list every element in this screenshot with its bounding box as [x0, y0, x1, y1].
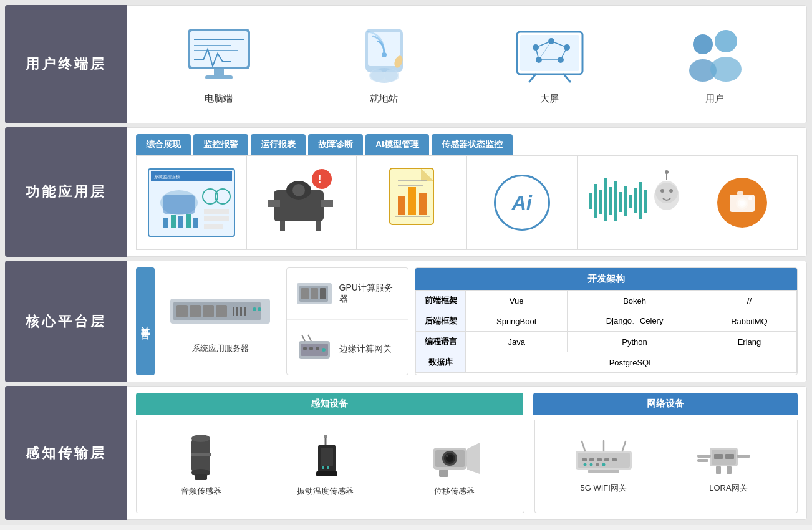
- edge-gateway-svg: [296, 334, 333, 365]
- svg-rect-153: [697, 455, 711, 458]
- network-group-label: 网络设备: [533, 393, 798, 415]
- fw-cat-backend: 后端框架: [416, 311, 466, 332]
- tab-report[interactable]: 运行报表: [251, 134, 306, 155]
- platform-left: 计算平台: [136, 267, 408, 375]
- svg-rect-75: [639, 182, 642, 219]
- svg-rect-139: [582, 458, 587, 461]
- tab-fault[interactable]: 故障诊断: [308, 134, 363, 155]
- svg-rect-54: [280, 221, 285, 231]
- svg-rect-123: [322, 466, 324, 469]
- svg-rect-111: [309, 347, 313, 350]
- tab-comprehensive[interactable]: 综合展现: [136, 134, 191, 155]
- svg-point-9: [382, 52, 387, 57]
- audio-sensor-label: 音频传感器: [181, 486, 221, 497]
- tab-monitoring[interactable]: 监控报警: [193, 134, 248, 155]
- fw-val-django: Django、Celery: [568, 311, 702, 332]
- svg-rect-91: [176, 305, 188, 317]
- dev-framework-table: 前端框架 Vue Bokeh // 后端框架 SpringBoot Django…: [415, 290, 797, 373]
- main-container: 用户终端层: [0, 0, 812, 525]
- svg-rect-118: [195, 474, 207, 480]
- svg-rect-112: [316, 347, 319, 350]
- tab-ai-model[interactable]: AI模型管理: [365, 134, 429, 155]
- svg-rect-105: [320, 288, 326, 299]
- gpu-server-svg: [296, 278, 333, 309]
- svg-rect-120: [321, 448, 333, 466]
- svg-rect-95: [233, 307, 234, 316]
- fw-val-rabbitmq: RabbitMQ: [702, 311, 796, 332]
- function-app-label: 功能应用层: [5, 127, 127, 257]
- svg-point-79: [660, 189, 664, 193]
- svg-point-147: [602, 463, 605, 466]
- svg-rect-6: [205, 75, 233, 79]
- svg-line-28: [564, 74, 570, 82]
- network-items: 5G WIFI网关: [534, 420, 798, 513]
- svg-rect-94: [216, 305, 227, 317]
- perception-items: 音频传感器: [136, 420, 524, 513]
- svg-line-27: [529, 74, 536, 82]
- svg-rect-142: [604, 458, 609, 461]
- fw-val-java: Java: [466, 332, 568, 352]
- panel-fault: Ai: [467, 156, 578, 249]
- svg-rect-39: [163, 218, 168, 228]
- svg-rect-72: [624, 186, 627, 216]
- svg-rect-45: [204, 216, 229, 221]
- svg-point-12: [384, 69, 399, 82]
- svg-rect-36: [163, 195, 195, 214]
- svg-line-138: [622, 441, 626, 451]
- svg-point-29: [693, 34, 713, 54]
- displacement-sensor-svg: [430, 435, 480, 482]
- svg-rect-67: [599, 190, 602, 214]
- svg-point-49: [292, 184, 305, 196]
- fw-cat-frontend: 前端框架: [416, 291, 466, 311]
- local-station-icon: [350, 26, 418, 85]
- panel-ai-model: [578, 156, 688, 249]
- svg-rect-124: [327, 466, 329, 469]
- fw-cat-db: 数据库: [416, 352, 466, 373]
- wifi-gateway-svg: [573, 438, 635, 479]
- displacement-sensor-label: 位移传感器: [434, 486, 475, 497]
- svg-text:!: !: [318, 174, 321, 185]
- fw-val-postgresql: PostgreSQL: [466, 352, 797, 373]
- report-svg: [380, 165, 443, 240]
- svg-rect-141: [597, 458, 602, 461]
- svg-rect-44: [204, 209, 229, 214]
- big-screen-icon-box: [512, 24, 587, 87]
- panel-report: [357, 156, 467, 249]
- local-station-label: 就地站: [370, 93, 398, 105]
- svg-point-144: [583, 463, 586, 466]
- ai-model-svg: [586, 168, 679, 237]
- gpu-server-row: GPU计算服务器: [287, 268, 408, 320]
- sensing-content: 感知设备 网络设备: [127, 386, 807, 520]
- edge-gateway-row: 边缘计算网关: [287, 324, 408, 375]
- svg-rect-125: [316, 471, 337, 476]
- tab-sensor-monitor[interactable]: 传感器状态监控: [432, 134, 513, 155]
- svg-point-88: [748, 196, 752, 200]
- compute-label: 计算平台: [136, 267, 155, 375]
- big-screen-item: 大屏: [512, 24, 587, 105]
- svg-rect-59: [398, 196, 405, 215]
- svg-rect-71: [619, 192, 622, 212]
- server-label: 系统应用服务器: [192, 343, 249, 354]
- svg-rect-50: [268, 200, 280, 207]
- user-icon: [679, 26, 751, 85]
- svg-rect-41: [178, 216, 183, 228]
- svg-point-122: [324, 435, 327, 438]
- func-tabs: 综合展现 监控报警 运行报表 故障诊断 AI模型管理 传感器状态监控: [136, 134, 798, 155]
- func-panels: 系统监控面板: [136, 155, 798, 250]
- user-label: 用户: [705, 93, 724, 105]
- svg-point-32: [710, 57, 742, 82]
- lora-gateway-label: LORA网关: [709, 483, 747, 494]
- svg-rect-97: [240, 307, 242, 316]
- terminal-items: 电脑端: [136, 24, 798, 105]
- svg-rect-60: [408, 187, 416, 215]
- svg-point-115: [191, 435, 210, 442]
- local-station-item: 就地站: [347, 24, 422, 105]
- pump-svg: !: [264, 165, 339, 240]
- local-station-icon-box: [347, 24, 422, 87]
- dev-framework-title: 开发架构: [415, 268, 797, 290]
- dashboard-svg: 系统监控面板: [151, 171, 232, 234]
- big-screen-label: 大屏: [540, 93, 559, 105]
- svg-rect-117: [191, 453, 211, 456]
- svg-rect-96: [236, 307, 238, 316]
- ai-badge: Ai: [494, 175, 550, 231]
